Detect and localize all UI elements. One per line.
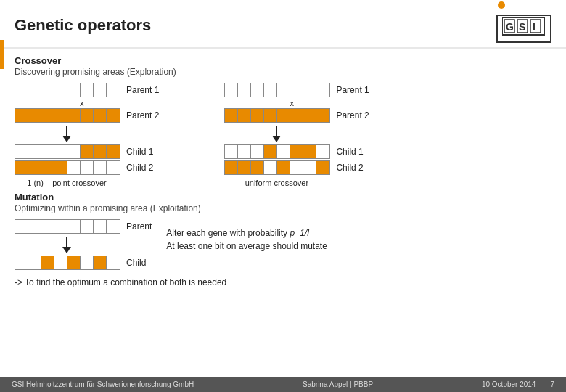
child1-row: Child 1 bbox=[15, 144, 153, 159]
main-content: Crossover Discovering promising areas (E… bbox=[0, 49, 566, 290]
logo: G S I bbox=[496, 7, 551, 43]
accent-bar bbox=[0, 40, 4, 69]
mutation-title: Mutation bbox=[15, 192, 551, 203]
gene-cell bbox=[67, 220, 81, 233]
uniform-crossover-diagram: Parent 1 x Parent 2 bbox=[224, 83, 369, 187]
gene-cell bbox=[107, 220, 120, 233]
child1-strip-right bbox=[224, 144, 330, 159]
child1-label-right: Child 1 bbox=[336, 147, 363, 157]
child2-strip-right bbox=[224, 160, 330, 175]
crossover-diagrams: Parent 1 x Parent 2 bbox=[15, 83, 551, 187]
parent1-row-right: Parent 1 bbox=[224, 83, 369, 97]
mutation-child-strip bbox=[15, 256, 120, 270]
gene-cell bbox=[94, 83, 107, 97]
gene-cell bbox=[303, 145, 316, 158]
bottom-note: -> To find the optimum a combination of … bbox=[15, 277, 551, 287]
gene-cell bbox=[54, 109, 67, 122]
gene-cell bbox=[81, 145, 94, 158]
gene-cell bbox=[15, 256, 28, 269]
gene-cell bbox=[290, 161, 303, 174]
child1-row-right: Child 1 bbox=[224, 144, 363, 159]
mutation-arrow bbox=[15, 237, 119, 253]
mutation-diagrams: Parent bbox=[15, 219, 551, 271]
gene-cell bbox=[41, 161, 54, 174]
mutation-parent-row: Parent bbox=[15, 219, 152, 234]
gene-cell bbox=[238, 145, 251, 158]
child1-label: Child 1 bbox=[126, 147, 153, 157]
gene-cell bbox=[303, 161, 316, 174]
gene-cell bbox=[107, 109, 120, 122]
gene-cell bbox=[81, 161, 94, 174]
gene-cell bbox=[316, 83, 329, 97]
mutation-desc-line1: Alter each gene with probability p=1/l bbox=[166, 226, 327, 240]
gene-cell bbox=[15, 161, 28, 174]
gene-cell bbox=[15, 145, 28, 158]
gene-cell bbox=[94, 109, 107, 122]
parent2-strip-right bbox=[224, 108, 330, 123]
parent2-row-right: Parent 2 bbox=[224, 108, 369, 123]
parent1-row: Parent 1 bbox=[15, 83, 159, 97]
gene-cell bbox=[54, 145, 67, 158]
gene-cell bbox=[225, 83, 238, 97]
arrow-down-right bbox=[224, 126, 329, 142]
mutation-parent-strip bbox=[15, 219, 120, 234]
gene-cell bbox=[81, 220, 94, 233]
mutation-left-block: Parent bbox=[15, 219, 152, 271]
svg-marker-10 bbox=[272, 136, 281, 142]
child2-row: Child 2 bbox=[15, 160, 153, 175]
gene-cell bbox=[41, 83, 54, 97]
gene-cell bbox=[28, 161, 41, 174]
gene-cell bbox=[107, 256, 120, 269]
crossover-subtitle: Discovering promising areas (Exploration… bbox=[15, 67, 551, 77]
one-point-caption: 1 (n) – point crossover bbox=[15, 179, 119, 187]
child2-strip bbox=[15, 160, 120, 175]
parent1-strip bbox=[15, 83, 120, 97]
child2-label: Child 2 bbox=[126, 163, 153, 173]
logo-dot bbox=[498, 1, 505, 9]
gene-cell bbox=[290, 109, 303, 122]
gene-cell bbox=[94, 145, 107, 158]
child2-row-right: Child 2 bbox=[224, 160, 363, 175]
parent2-strip bbox=[15, 108, 120, 123]
gene-cell bbox=[277, 161, 290, 174]
gene-cell bbox=[94, 256, 107, 269]
parent2-label: Parent 2 bbox=[126, 110, 159, 121]
gene-cell bbox=[290, 145, 303, 158]
gene-cell bbox=[41, 220, 54, 233]
parent1-strip-right bbox=[224, 83, 330, 97]
gene-cell bbox=[107, 83, 120, 97]
parent1-label-right: Parent 1 bbox=[336, 85, 369, 95]
gene-cell bbox=[264, 83, 277, 97]
mutation-subtitle: Optimizing within a promising area (Expl… bbox=[15, 203, 551, 213]
gene-cell bbox=[316, 145, 329, 158]
gene-cell bbox=[238, 161, 251, 174]
gene-cell bbox=[54, 161, 67, 174]
footer-page: 7 bbox=[550, 380, 554, 388]
gene-cell bbox=[251, 109, 264, 122]
crossover-section: Crossover Discovering promising areas (E… bbox=[15, 55, 551, 187]
logo-text: G S I bbox=[496, 15, 551, 43]
gene-cell bbox=[81, 109, 94, 122]
gene-cell bbox=[107, 161, 120, 174]
gene-cell bbox=[264, 161, 277, 174]
gene-cell bbox=[81, 256, 94, 269]
gene-cell bbox=[28, 109, 41, 122]
gene-cell bbox=[15, 109, 28, 122]
gene-cell bbox=[94, 161, 107, 174]
gene-cell bbox=[54, 83, 67, 97]
gene-cell bbox=[54, 220, 67, 233]
gene-cell bbox=[277, 83, 290, 97]
gene-cell bbox=[251, 83, 264, 97]
crossover-title: Crossover bbox=[15, 55, 551, 66]
header: Genetic operators G S I bbox=[0, 0, 566, 49]
gene-cell bbox=[238, 109, 251, 122]
gene-cell bbox=[67, 83, 81, 97]
gene-cell bbox=[251, 161, 264, 174]
gene-cell bbox=[107, 145, 120, 158]
parent1-label: Parent 1 bbox=[126, 85, 159, 95]
footer-author: Sabrina Appel | PBBP bbox=[303, 380, 373, 388]
mutation-child-label: Child bbox=[126, 258, 146, 268]
mutation-child-row: Child bbox=[15, 256, 146, 270]
gene-cell bbox=[28, 220, 41, 233]
gene-cell bbox=[303, 83, 316, 97]
